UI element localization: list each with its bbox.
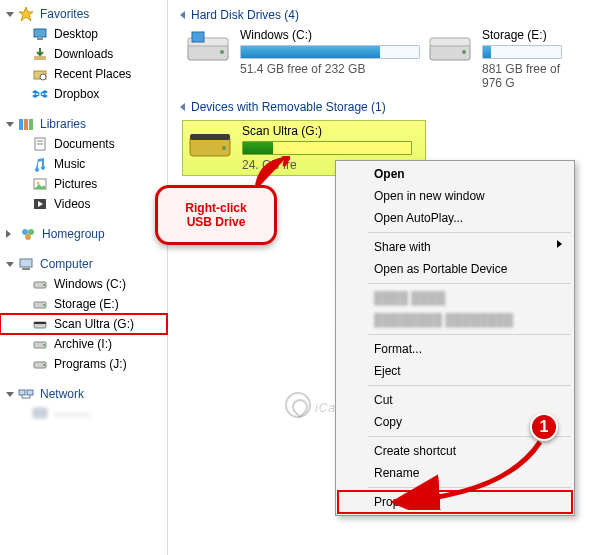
sidebar-item-windows-c[interactable]: Windows (C:) xyxy=(0,274,167,294)
section-removable[interactable]: Devices with Removable Storage (1) xyxy=(172,92,593,118)
label: Storage (E:) xyxy=(54,297,119,311)
label: Archive (I:) xyxy=(54,337,112,351)
svg-point-16 xyxy=(22,229,28,235)
menu-blurred-item[interactable]: ████ ████ xyxy=(338,287,572,309)
menu-separator xyxy=(368,232,571,233)
drive-name: Storage (E:) xyxy=(482,28,562,45)
sidebar-item-videos[interactable]: Videos xyxy=(0,194,167,214)
context-menu: Open Open in new window Open AutoPlay...… xyxy=(335,160,575,516)
sidebar-item-downloads[interactable]: Downloads xyxy=(0,44,167,64)
svg-point-39 xyxy=(220,50,224,54)
svg-point-43 xyxy=(462,50,466,54)
svg-rect-36 xyxy=(34,409,46,417)
favorites-label: Favorites xyxy=(40,7,89,21)
usage-meter xyxy=(482,45,562,59)
menu-separator xyxy=(368,487,571,488)
homegroup-header[interactable]: Homegroup xyxy=(0,224,167,244)
menu-open[interactable]: Open xyxy=(338,163,572,185)
menu-open-new-window[interactable]: Open in new window xyxy=(338,185,572,207)
dropbox-icon xyxy=(32,86,48,102)
hdd-icon xyxy=(184,28,232,66)
menu-format[interactable]: Format... xyxy=(338,338,572,360)
sidebar-item-scan-ultra-g[interactable]: Scan Ultra (G:) xyxy=(0,314,167,334)
usage-meter xyxy=(242,141,412,155)
expand-icon xyxy=(6,122,14,127)
collapse-icon xyxy=(180,11,185,19)
network-header[interactable]: Network xyxy=(0,384,167,404)
svg-rect-31 xyxy=(19,390,25,395)
svg-rect-40 xyxy=(192,32,204,42)
expand-icon xyxy=(6,262,14,267)
drive-storage-e[interactable]: Storage (E:) 881 GB free of 976 G xyxy=(426,28,556,90)
menu-eject[interactable]: Eject xyxy=(338,360,572,382)
network-label: Network xyxy=(40,387,84,401)
menu-blurred-item[interactable]: ████████ ████████ xyxy=(338,309,572,331)
drive-icon xyxy=(32,336,48,352)
sidebar-item-desktop[interactable]: Desktop xyxy=(0,24,167,44)
submenu-arrow-icon xyxy=(557,240,562,248)
usage-meter xyxy=(240,45,420,59)
svg-rect-45 xyxy=(190,134,230,140)
menu-share-with[interactable]: Share with xyxy=(338,236,572,258)
menu-properties[interactable]: Properties xyxy=(338,491,572,513)
computer-label: Computer xyxy=(40,257,93,271)
computer-header[interactable]: Computer xyxy=(0,254,167,274)
hdd-icon xyxy=(426,28,474,66)
label: Pictures xyxy=(54,177,97,191)
label: Share with xyxy=(374,240,431,254)
menu-create-shortcut[interactable]: Create shortcut xyxy=(338,440,572,462)
favorites-header[interactable]: Favorites xyxy=(0,4,167,24)
desktop-icon xyxy=(32,26,48,42)
drive-windows-c[interactable]: Windows (C:) 51.4 GB free of 232 GB xyxy=(184,28,414,90)
sidebar-item-archive-i[interactable]: Archive (I:) xyxy=(0,334,167,354)
music-icon xyxy=(32,156,48,172)
section-label: Hard Disk Drives (4) xyxy=(191,8,299,22)
videos-icon xyxy=(32,196,48,212)
sidebar-item-network-computer[interactable]: ——— xyxy=(0,404,167,424)
drive-free-text: 51.4 GB free of 232 GB xyxy=(240,59,420,76)
label: Windows (C:) xyxy=(54,277,126,291)
libraries-label: Libraries xyxy=(40,117,86,131)
svg-point-28 xyxy=(43,344,45,346)
label: Desktop xyxy=(54,27,98,41)
label: Music xyxy=(54,157,85,171)
callout-line1: Right-click xyxy=(185,201,246,215)
collapse-icon xyxy=(180,103,185,111)
section-label: Devices with Removable Storage (1) xyxy=(191,100,386,114)
svg-rect-19 xyxy=(20,259,32,267)
svg-rect-32 xyxy=(27,390,33,395)
svg-rect-8 xyxy=(29,119,33,130)
computer-icon xyxy=(18,256,34,272)
sidebar-item-dropbox[interactable]: Dropbox xyxy=(0,84,167,104)
menu-open-autoplay[interactable]: Open AutoPlay... xyxy=(338,207,572,229)
sidebar-item-programs-j[interactable]: Programs (J:) xyxy=(0,354,167,374)
libraries-header[interactable]: Libraries xyxy=(0,114,167,134)
label: Documents xyxy=(54,137,115,151)
svg-rect-3 xyxy=(34,56,46,60)
drive-name: Scan Ultra (G:) xyxy=(242,124,422,141)
svg-point-46 xyxy=(222,146,226,150)
pictures-icon xyxy=(32,176,48,192)
sidebar-item-pictures[interactable]: Pictures xyxy=(0,174,167,194)
drive-name: Windows (C:) xyxy=(240,28,420,45)
label: Recent Places xyxy=(54,67,131,81)
sidebar-item-recent-places[interactable]: Recent Places xyxy=(0,64,167,84)
drive-icon xyxy=(32,296,48,312)
menu-open-portable[interactable]: Open as Portable Device xyxy=(338,258,572,280)
callout-line2: USB Drive xyxy=(187,215,246,229)
drive-icon xyxy=(32,276,48,292)
expand-icon xyxy=(6,230,15,238)
label: Downloads xyxy=(54,47,113,61)
sidebar-item-music[interactable]: Music xyxy=(0,154,167,174)
menu-rename[interactable]: Rename xyxy=(338,462,572,484)
svg-point-24 xyxy=(43,304,45,306)
sidebar-item-documents[interactable]: Documents xyxy=(0,134,167,154)
step-badge-1: 1 xyxy=(530,413,558,441)
svg-rect-2 xyxy=(37,38,43,40)
svg-rect-20 xyxy=(22,268,30,270)
sidebar-item-storage-e[interactable]: Storage (E:) xyxy=(0,294,167,314)
menu-cut[interactable]: Cut xyxy=(338,389,572,411)
homegroup-icon xyxy=(20,226,36,242)
section-hard-disk-drives[interactable]: Hard Disk Drives (4) xyxy=(172,0,593,26)
instruction-callout: Right-clickUSB Drive xyxy=(155,185,277,245)
